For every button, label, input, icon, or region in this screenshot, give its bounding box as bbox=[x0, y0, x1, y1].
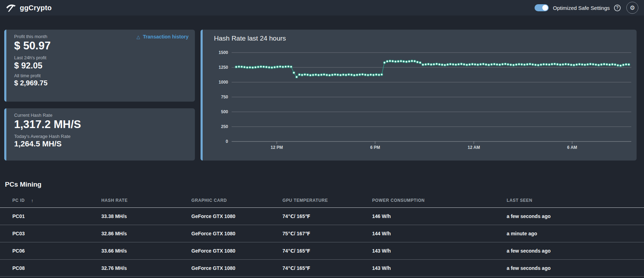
data-point bbox=[518, 63, 520, 65]
table-cell: 75℃/ 167℉ bbox=[282, 231, 372, 236]
column-header-graphic-card[interactable]: GRAPHIC CARD bbox=[191, 198, 282, 203]
profit-alltime-value: $ 2,969.75 bbox=[14, 78, 189, 87]
column-header-pc-id[interactable]: PC ID ↑ bbox=[12, 198, 101, 203]
data-point bbox=[290, 66, 292, 68]
data-point bbox=[565, 63, 567, 65]
data-point bbox=[274, 66, 276, 68]
data-point bbox=[466, 64, 468, 66]
triangle-icon: △ bbox=[137, 34, 140, 40]
data-point bbox=[499, 64, 501, 66]
data-point bbox=[383, 62, 386, 64]
table-row[interactable]: PC0633.66 MH/sGeForce GTX 108074℃/ 165℉1… bbox=[0, 242, 644, 259]
table-cell: 33.38 MH/s bbox=[101, 213, 191, 219]
table-cell: a few seconds ago bbox=[507, 248, 644, 254]
profit-24h-value: $ 92.05 bbox=[14, 60, 189, 71]
transaction-history-link[interactable]: △ Transaction history bbox=[137, 34, 189, 40]
data-point bbox=[444, 64, 446, 66]
table-cell: 143 W/h bbox=[372, 248, 507, 254]
column-header-power-consumption[interactable]: POWER CONSUMPTION bbox=[372, 198, 507, 203]
data-point bbox=[562, 64, 564, 66]
data-point bbox=[496, 64, 498, 66]
table-cell: GeForce GTX 1080 bbox=[191, 231, 282, 236]
data-point bbox=[298, 73, 300, 75]
data-point bbox=[372, 74, 375, 76]
optimized-safe-settings-toggle[interactable] bbox=[535, 4, 549, 11]
column-header-last-seen[interactable]: LAST SEEN bbox=[507, 198, 644, 203]
profit-month-value: $ 50.97 bbox=[14, 39, 189, 52]
data-point bbox=[241, 66, 243, 68]
data-point bbox=[249, 66, 251, 68]
data-point bbox=[595, 64, 597, 66]
data-point bbox=[271, 66, 273, 68]
data-point bbox=[257, 66, 259, 68]
data-point bbox=[436, 63, 438, 65]
data-point bbox=[367, 74, 369, 76]
data-point bbox=[345, 74, 347, 76]
data-point bbox=[559, 64, 561, 66]
table-cell: 32.86 MH/s bbox=[101, 231, 191, 236]
data-point bbox=[501, 63, 503, 65]
help-icon[interactable]: ? bbox=[614, 5, 621, 11]
table-row[interactable]: PC0133.38 MH/sGeForce GTX 108074℃/ 165℉1… bbox=[0, 207, 644, 225]
toggle-knob bbox=[542, 5, 548, 11]
y-tick-label: 750 bbox=[221, 95, 228, 99]
transaction-history-label: Transaction history bbox=[143, 34, 189, 40]
gear-icon: ⚙ bbox=[630, 5, 635, 11]
data-point bbox=[471, 63, 473, 65]
hashrate-chart: 025050075010001250150012 PM6 PM12 AM6 AM bbox=[203, 30, 639, 161]
data-point bbox=[263, 66, 265, 68]
data-point bbox=[578, 63, 580, 65]
sort-asc-icon: ↑ bbox=[31, 198, 34, 203]
data-point bbox=[485, 64, 487, 66]
data-point bbox=[570, 64, 572, 66]
table-cell: 144 W/h bbox=[372, 231, 507, 236]
data-point bbox=[400, 60, 402, 62]
table-row[interactable]: PC0832.76 MH/sGeForce GTX 108074℃/ 165℉1… bbox=[0, 259, 644, 277]
topbar: ggCrypto Optimized Safe Settings ? ⚙ bbox=[0, 0, 644, 16]
data-point bbox=[425, 64, 427, 66]
data-point bbox=[614, 64, 616, 66]
data-point bbox=[469, 64, 471, 66]
data-point bbox=[576, 64, 578, 66]
data-point bbox=[510, 64, 512, 66]
hashrate-card: Current Hash Rate 1,317.2 MH/S Today's A… bbox=[4, 108, 195, 161]
table-cell: 33.66 MH/s bbox=[101, 248, 191, 254]
data-point bbox=[378, 74, 380, 76]
column-header-hash-rate[interactable]: HASH RATE bbox=[101, 198, 191, 203]
table-cell: 143 W/h bbox=[372, 265, 507, 271]
data-point bbox=[339, 74, 341, 76]
data-point bbox=[589, 63, 591, 65]
data-point bbox=[449, 63, 451, 65]
data-point bbox=[243, 66, 245, 68]
data-point bbox=[323, 73, 325, 75]
data-point bbox=[392, 60, 394, 62]
data-point bbox=[315, 74, 317, 76]
table-cell: a few seconds ago bbox=[507, 265, 644, 271]
data-point bbox=[537, 64, 539, 66]
data-point bbox=[523, 64, 525, 66]
data-point bbox=[554, 63, 556, 65]
y-tick-label: 1250 bbox=[219, 65, 228, 70]
data-point bbox=[427, 63, 429, 65]
column-header-gpu-temperature[interactable]: GPU TEMPERATURE bbox=[282, 198, 372, 203]
data-point bbox=[567, 64, 570, 66]
y-tick-label: 0 bbox=[226, 139, 228, 144]
data-point bbox=[490, 64, 493, 66]
data-point bbox=[447, 64, 449, 66]
table-row[interactable]: PC0332.86 MH/sGeForce GTX 108075℃/ 167℉1… bbox=[0, 225, 644, 242]
x-tick-label: 12 PM bbox=[271, 145, 283, 150]
data-point bbox=[306, 74, 309, 76]
data-point bbox=[260, 66, 262, 68]
data-point bbox=[474, 64, 476, 66]
settings-button[interactable]: ⚙ bbox=[626, 2, 638, 14]
topbar-controls: Optimized Safe Settings ? ⚙ bbox=[535, 2, 638, 14]
data-point bbox=[597, 64, 600, 66]
data-point bbox=[337, 74, 339, 76]
data-point bbox=[320, 74, 322, 76]
data-point bbox=[584, 64, 586, 66]
data-point bbox=[543, 63, 545, 65]
data-point bbox=[265, 66, 267, 68]
data-point bbox=[419, 62, 421, 64]
data-point bbox=[411, 60, 413, 62]
table-body: PC0133.38 MH/sGeForce GTX 108074℃/ 165℉1… bbox=[0, 207, 644, 277]
